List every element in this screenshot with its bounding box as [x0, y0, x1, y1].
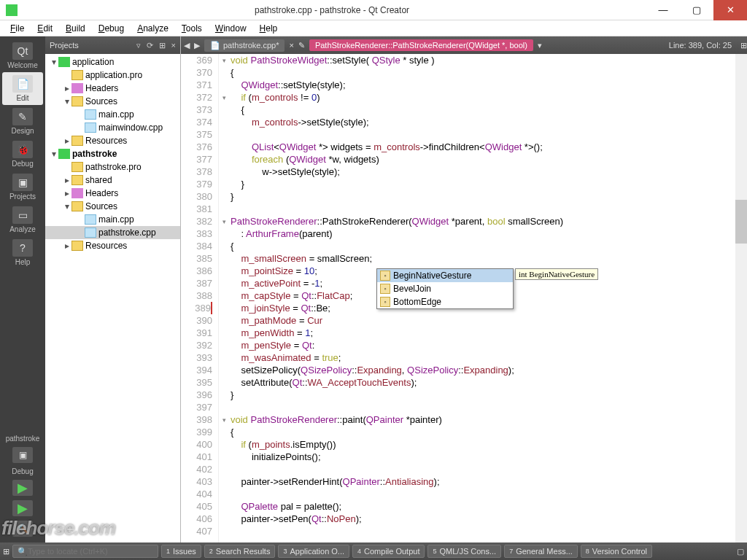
tree-twisty[interactable]: ▾: [63, 96, 71, 106]
mode-analyze[interactable]: ▭Analyze: [2, 203, 43, 236]
tree-item[interactable]: ▸shared: [45, 174, 180, 187]
tree-twisty[interactable]: ▾: [63, 201, 71, 211]
symbol-dropdown-icon[interactable]: ▾: [538, 41, 542, 50]
line-col-indicator[interactable]: Line: 389, Col: 25: [669, 41, 732, 50]
file-tab[interactable]: 📄 pathstroke.cpp*: [204, 39, 285, 52]
tree-item[interactable]: main.cpp: [45, 213, 180, 226]
tree-item-label: main.cpp: [98, 109, 134, 120]
mode-projects[interactable]: ▣Projects: [2, 171, 43, 203]
build-button[interactable]: 🔨: [12, 521, 33, 537]
tree-twisty[interactable]: ▾: [50, 57, 58, 67]
tree-twisty[interactable]: ▸: [63, 83, 71, 93]
debug-run-button[interactable]: ▶: [12, 500, 33, 516]
enum-icon: ◦: [380, 297, 390, 307]
tree-item-label: mainwindow.cpp: [98, 122, 163, 133]
mode-sidebar: QtWelcome📄Edit✎Design🐞Debug▣Projects▭Ana…: [0, 36, 45, 542]
output-panel-8[interactable]: 8Version Control: [581, 545, 652, 558]
tree-item[interactable]: main.cpp: [45, 108, 180, 121]
menu-file[interactable]: File: [4, 22, 30, 35]
tree-item[interactable]: ▾pathstroke: [45, 147, 180, 160]
tree-item[interactable]: ▾Sources: [45, 200, 180, 213]
menu-debug[interactable]: Debug: [93, 22, 130, 35]
mode-welcome[interactable]: QtWelcome: [2, 39, 43, 72]
tree-twisty[interactable]: ▸: [63, 188, 71, 198]
menu-help[interactable]: Help: [254, 22, 284, 35]
project-tree[interactable]: ▾applicationapplication.pro▸Headers▾Sour…: [45, 54, 180, 542]
output-panel-4[interactable]: 4Compile Output: [352, 545, 425, 558]
tree-item[interactable]: ▸Resources: [45, 134, 180, 147]
locator-icon[interactable]: ⊞: [3, 547, 9, 556]
tree-item[interactable]: mainwindow.cpp: [45, 121, 180, 134]
pro-icon: [71, 162, 83, 172]
hdr-icon: [71, 188, 83, 198]
cpp-icon: [85, 214, 96, 225]
output-panel-7[interactable]: 7General Mess...: [504, 545, 578, 558]
lock-icon[interactable]: ✎: [298, 41, 305, 50]
projects-header-label: Projects: [50, 41, 79, 50]
projects-header: Projects ▿ ⟳ ⊞ ×: [45, 36, 180, 54]
editor-split-icon[interactable]: ⊞: [740, 41, 747, 50]
file-tab-label: pathstroke.cpp*: [223, 41, 279, 50]
output-panel-2[interactable]: 2Search Results: [204, 545, 276, 558]
tree-item[interactable]: ▸Headers: [45, 187, 180, 200]
menu-tools[interactable]: Tools: [176, 22, 208, 35]
menu-edit[interactable]: Edit: [31, 22, 58, 35]
panel-close-icon[interactable]: ×: [171, 41, 176, 50]
filter-icon[interactable]: ▿: [136, 41, 141, 50]
minimize-button[interactable]: —: [646, 0, 680, 20]
split-icon[interactable]: ⊞: [159, 41, 166, 50]
sync-icon[interactable]: ⟳: [147, 41, 153, 50]
mode-edit[interactable]: 📄Edit: [2, 72, 43, 105]
tree-item-label: Headers: [85, 188, 118, 198]
locator-input[interactable]: 🔍: [12, 545, 158, 558]
build-mode-label: Debug: [12, 467, 33, 475]
run-button[interactable]: ▶: [12, 480, 33, 496]
autocomplete-item[interactable]: ◦BottomEdge: [377, 295, 513, 308]
close-tab-icon[interactable]: ×: [289, 41, 293, 50]
close-button[interactable]: ✕: [713, 0, 747, 20]
menu-analyze[interactable]: Analyze: [131, 22, 174, 35]
tree-item[interactable]: pathstroke.pro: [45, 160, 180, 174]
tree-twisty[interactable]: ▸: [63, 241, 71, 251]
tree-item-label: Resources: [85, 241, 127, 251]
tree-item[interactable]: ▾Sources: [45, 95, 180, 108]
kit-selector[interactable]: ▣: [12, 447, 33, 463]
tree-item[interactable]: ▸Headers: [45, 82, 180, 95]
tree-item-label: Sources: [85, 201, 117, 211]
autocomplete-item[interactable]: ◦BeginNativeGesture: [377, 269, 513, 282]
help-icon: ?: [12, 239, 33, 257]
editor-toolbar: ◀ ▶ 📄 pathstroke.cpp* × ✎ PathStrokeRend…: [181, 36, 747, 54]
tree-item[interactable]: pathstroke.cpp: [45, 226, 180, 239]
tree-item-label: Resources: [85, 136, 127, 146]
symbol-selector[interactable]: PathStrokeRenderer::PathStrokeRenderer(Q…: [309, 39, 533, 51]
nav-back-icon[interactable]: ◀: [184, 41, 190, 50]
nav-fwd-icon[interactable]: ▶: [194, 41, 200, 50]
mode-help[interactable]: ?Help: [2, 236, 43, 269]
mode-design[interactable]: ✎Design: [2, 105, 43, 138]
projects-panel: Projects ▿ ⟳ ⊞ × ▾applicationapplication…: [45, 36, 181, 542]
analyze-icon: ▭: [12, 206, 33, 224]
autocomplete-item[interactable]: ◦BevelJoin: [377, 282, 513, 295]
menu-window[interactable]: Window: [209, 22, 252, 35]
autocomplete-tooltip: int BeginNativeGesture: [515, 268, 598, 280]
tree-twisty[interactable]: ▸: [63, 175, 71, 185]
tree-item-label: Headers: [85, 83, 118, 93]
tree-item[interactable]: ▾application: [45, 55, 180, 69]
tree-twisty[interactable]: ▸: [63, 136, 71, 146]
output-panel-5[interactable]: 5QML/JS Cons...: [427, 545, 501, 558]
tree-item[interactable]: ▸Resources: [45, 239, 180, 252]
mode-debug[interactable]: 🐞Debug: [2, 138, 43, 171]
output-toggle-icon[interactable]: ▢: [737, 547, 744, 556]
fold-column[interactable]: ▾▾▾▾: [219, 54, 229, 542]
output-panel-3[interactable]: 3Application O...: [278, 545, 349, 558]
output-panel-1[interactable]: 1Issues: [161, 545, 201, 558]
pro-icon: [71, 70, 83, 80]
menu-build[interactable]: Build: [60, 22, 91, 35]
vertical-scrollbar[interactable]: [735, 54, 747, 542]
autocomplete-popup[interactable]: ◦BeginNativeGesture◦BevelJoin◦BottomEdge: [376, 268, 514, 309]
maximize-button[interactable]: ▢: [680, 0, 713, 20]
tree-item[interactable]: application.pro: [45, 69, 180, 82]
tree-twisty[interactable]: ▾: [50, 149, 58, 159]
locator-field[interactable]: [28, 547, 153, 556]
folder-icon: [71, 175, 83, 185]
